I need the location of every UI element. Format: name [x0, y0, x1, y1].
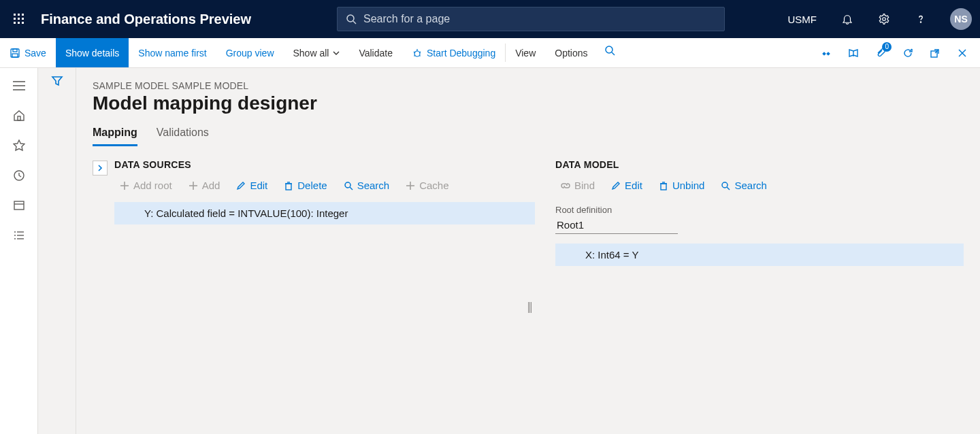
svg-point-45 [345, 182, 350, 188]
svg-rect-28 [18, 116, 20, 120]
refresh-button[interactable] [896, 41, 920, 65]
cache-button[interactable]: Cache [400, 177, 454, 194]
svg-rect-6 [14, 22, 16, 24]
view-menu[interactable]: View [506, 38, 545, 67]
book-icon [848, 48, 859, 59]
unbind-button[interactable]: Unbind [653, 177, 710, 194]
panel-splitter[interactable] [528, 302, 532, 313]
search-button[interactable]: Search [338, 177, 395, 194]
close-button[interactable] [950, 41, 975, 65]
help-button[interactable] [908, 5, 934, 33]
data-model-node[interactable]: X: Int64 = Y [555, 244, 964, 266]
pencil-icon [236, 181, 246, 190]
svg-point-9 [347, 15, 354, 22]
modules-icon [13, 229, 25, 241]
notifications-button[interactable] [834, 5, 860, 33]
user-avatar[interactable]: NS [950, 8, 972, 30]
clock-icon [13, 169, 25, 182]
global-search[interactable]: Search for a page [337, 7, 725, 31]
attachments-count-badge: 0 [882, 42, 892, 52]
dm-search-button[interactable]: Search [715, 177, 772, 194]
plus-icon [189, 181, 198, 190]
popout-button[interactable] [923, 41, 947, 65]
plus-icon [406, 181, 415, 190]
left-navigation-rail [0, 68, 38, 434]
main-content: SAMPLE MODEL SAMPLE MODEL Model mapping … [76, 68, 980, 434]
bind-button[interactable]: Bind [555, 177, 600, 194]
dm-edit-button[interactable]: Edit [606, 177, 648, 194]
svg-point-17 [606, 46, 612, 53]
svg-rect-8 [22, 22, 24, 24]
panel-collapse-toggle[interactable] [93, 161, 108, 176]
data-source-node[interactable]: Y: Calculated field = INTVALUE(100): Int… [114, 202, 535, 224]
gear-icon [878, 13, 890, 25]
close-icon [958, 48, 967, 58]
nav-workspaces-button[interactable] [5, 192, 33, 219]
breadcrumb: SAMPLE MODEL SAMPLE MODEL [93, 80, 964, 91]
command-search-button[interactable] [598, 38, 622, 63]
filter-button[interactable] [51, 75, 63, 434]
search-icon [346, 14, 357, 24]
root-definition-label: Root definition [555, 205, 964, 215]
plus-icon [120, 181, 129, 190]
nav-collapse-button[interactable] [5, 72, 33, 99]
svg-rect-19 [822, 52, 826, 56]
nav-home-button[interactable] [5, 102, 33, 129]
hamburger-icon [13, 81, 25, 90]
data-sources-toolbar: Add root Add Edit Delete [114, 177, 535, 194]
root-definition-input[interactable] [555, 216, 678, 234]
workspace-icon [13, 199, 25, 212]
page-tabs: Mapping Validations [93, 124, 964, 147]
options-menu[interactable]: Options [545, 38, 597, 67]
link-icon [561, 181, 570, 190]
add-root-button[interactable]: Add root [114, 177, 178, 194]
show-name-first-button[interactable]: Show name first [129, 38, 216, 67]
show-details-button[interactable]: Show details [56, 38, 129, 67]
data-sources-heading: DATA SOURCES [114, 159, 535, 170]
pencil-icon [611, 181, 621, 190]
nav-recent-button[interactable] [5, 162, 33, 189]
app-launcher-button[interactable] [8, 8, 30, 30]
data-model-toolbar: Bind Edit Unbind Search [555, 177, 964, 194]
data-model-heading: DATA MODEL [555, 159, 964, 170]
settings-button[interactable] [871, 5, 897, 33]
svg-line-10 [353, 21, 356, 24]
help-icon [915, 13, 927, 25]
svg-rect-42 [286, 184, 291, 190]
svg-rect-3 [14, 18, 16, 20]
group-view-button[interactable]: Group view [216, 38, 284, 67]
validate-button[interactable]: Validate [349, 38, 402, 67]
data-sources-panel: DATA SOURCES Add root Add Edit [93, 159, 535, 422]
chevron-right-icon [97, 165, 103, 171]
svg-rect-0 [14, 14, 16, 16]
popout-icon [930, 48, 941, 59]
tab-mapping[interactable]: Mapping [93, 124, 137, 146]
start-debugging-button[interactable]: Start Debugging [402, 38, 505, 67]
svg-rect-4 [18, 18, 20, 20]
search-icon [344, 181, 353, 190]
attachments-button[interactable]: 0 [868, 41, 893, 65]
svg-rect-15 [12, 54, 18, 57]
add-button[interactable]: Add [183, 177, 226, 194]
delete-button[interactable]: Delete [278, 177, 332, 194]
nav-modules-button[interactable] [5, 222, 33, 249]
svg-rect-7 [18, 22, 20, 24]
data-model-panel: DATA MODEL Bind Edit Unbind [555, 159, 964, 422]
trash-icon [284, 181, 293, 190]
save-button[interactable]: Save [0, 38, 56, 67]
debug-icon [412, 48, 423, 59]
star-icon [13, 139, 25, 152]
related-info-button[interactable] [814, 41, 838, 65]
chevron-down-icon [333, 50, 340, 56]
svg-rect-2 [22, 14, 24, 16]
page-title: Model mapping designer [93, 93, 964, 114]
show-all-dropdown[interactable]: Show all [284, 38, 350, 67]
filter-rail [38, 68, 76, 434]
company-picker[interactable]: USMF [781, 5, 824, 33]
bell-icon [841, 13, 853, 25]
edit-button[interactable]: Edit [231, 177, 273, 194]
refresh-icon [902, 48, 913, 59]
tab-validations[interactable]: Validations [157, 124, 209, 146]
open-new-window-button[interactable] [841, 41, 866, 65]
nav-favorites-button[interactable] [5, 132, 33, 159]
